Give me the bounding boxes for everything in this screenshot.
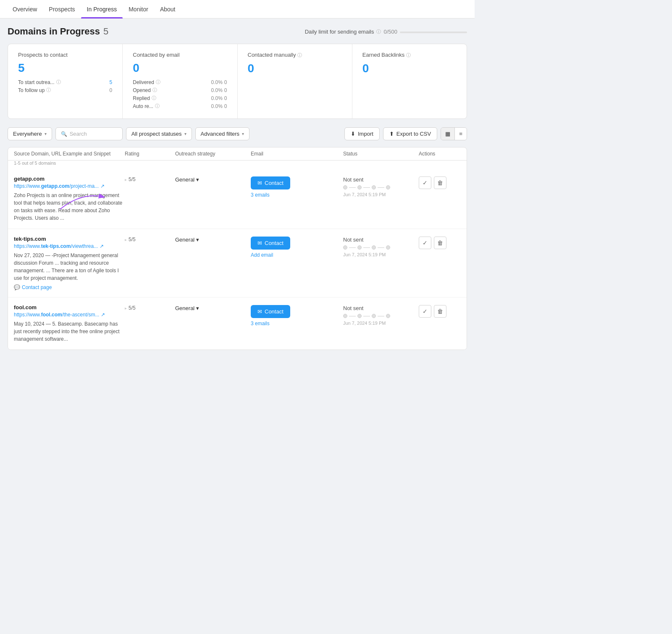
url-prefix: https://www.getapp.com/project-ma... <box>14 183 99 189</box>
location-filter[interactable]: Everywhere ▾ <box>8 127 52 140</box>
table-row: tek-tips.com https://www.tek-tips.com/vi… <box>8 229 467 297</box>
rating-expand-icon-tektips[interactable]: ▸ <box>125 237 127 242</box>
status-dot-line-3 <box>378 247 384 248</box>
auto-reply-label: Auto re... <box>133 103 153 109</box>
nav-item-overview[interactable]: Overview <box>7 0 43 18</box>
status-filter[interactable]: All prospect statuses ▾ <box>126 127 192 140</box>
col-rating: Rating <box>125 151 175 157</box>
rating-expand-icon[interactable]: ▸ <box>125 177 127 182</box>
stats-contacted-by-email: Contacted by email 0 Delivered ⓘ 0.0% 0 … <box>123 44 237 118</box>
status-date-fool: Jun 7, 2024 5:19 PM <box>343 321 419 326</box>
contact-button-tektips[interactable]: ✉ Contact <box>251 237 290 250</box>
domain-snippet-tektips: Nov 27, 2020 — -Project Management gener… <box>14 252 125 282</box>
contacted-email-label: Contacted by email <box>133 52 227 58</box>
email-count-getapp[interactable]: 3 emails <box>251 192 270 198</box>
to-start-outreach-row: To start outrea... ⓘ 5 <box>18 79 112 85</box>
status-dot-line-1 <box>349 316 356 316</box>
rating-expand-icon-fool[interactable]: ▸ <box>125 306 127 310</box>
status-dot-line-1 <box>349 247 356 248</box>
auto-reply-pct: 0.0% <box>211 103 222 109</box>
contacted-manually-info[interactable]: ⓘ <box>297 53 302 58</box>
status-cell-tektips: Not sent Jun 7, 2024 5:19 PM <box>343 236 419 257</box>
delivered-info[interactable]: ⓘ <box>156 79 160 85</box>
status-text-tektips: Not sent <box>343 237 419 243</box>
list-view-button[interactable]: ≡ <box>455 128 467 140</box>
delete-action-fool[interactable]: 🗑 <box>434 305 446 318</box>
contact-btn-label-fool: Contact <box>265 308 284 315</box>
status-dots-tektips <box>343 245 419 250</box>
status-dot-1 <box>343 245 347 250</box>
export-icon: ⬆ <box>389 131 394 137</box>
contact-button-getapp[interactable]: ✉ Contact <box>251 176 290 189</box>
filters-right: ⬇ Import ⬆ Export to CSV ▦ ≡ <box>344 127 467 140</box>
table-header-row: Source Domain, URL Example and Snippet R… <box>8 147 467 160</box>
table-subheader: 1-5 out of 5 domains <box>8 160 467 169</box>
add-email-tektips[interactable]: Add email <box>251 252 273 258</box>
delete-action-tektips[interactable]: 🗑 <box>434 237 446 249</box>
delete-action-getapp[interactable]: 🗑 <box>434 176 446 189</box>
status-dot-2 <box>357 245 362 250</box>
status-dot-1 <box>343 314 347 318</box>
domain-name-tektips: tek-tips.com <box>14 236 125 242</box>
check-action-fool[interactable]: ✓ <box>419 305 431 318</box>
opened-info[interactable]: ⓘ <box>152 87 157 93</box>
external-link-icon-tektips[interactable]: ↗ <box>100 243 104 249</box>
external-link-icon-fool[interactable]: ↗ <box>101 312 105 318</box>
rating-fool: ▸ 5/5 <box>125 304 175 311</box>
strategy-select-tektips[interactable]: General ▾ <box>175 237 199 243</box>
daily-limit-info-icon[interactable]: ⓘ <box>376 29 381 35</box>
strategy-select-getapp[interactable]: General ▾ <box>175 176 199 183</box>
export-label: Export to CSV <box>396 131 431 137</box>
status-dot-3 <box>372 185 376 189</box>
rating-value-getapp: 5/5 <box>129 176 136 182</box>
check-action-getapp[interactable]: ✓ <box>419 176 431 189</box>
earned-backlinks-info[interactable]: ⓘ <box>406 53 411 58</box>
opened-label: Opened <box>133 87 151 93</box>
strategy-tektips: General ▾ <box>175 236 251 243</box>
external-link-icon[interactable]: ↗ <box>100 183 105 189</box>
auto-reply-info[interactable]: ⓘ <box>155 103 160 109</box>
import-button[interactable]: ⬇ Import <box>344 127 380 140</box>
stats-earned-backlinks: Earned Backlinks ⓘ 0 <box>352 44 467 118</box>
col-strategy: Outreach strategy <box>175 151 251 157</box>
export-button[interactable]: ⬆ Export to CSV <box>383 127 437 140</box>
nav-item-prospects[interactable]: Prospects <box>43 0 81 18</box>
search-input[interactable] <box>70 131 117 137</box>
to-follow-info[interactable]: ⓘ <box>46 87 51 93</box>
strategy-chevron-icon: ▾ <box>196 176 199 183</box>
strategy-select-fool[interactable]: General ▾ <box>175 305 199 311</box>
grid-view-button[interactable]: ▦ <box>441 128 455 140</box>
replied-num: 0 <box>224 95 227 101</box>
to-follow-val: 0 <box>110 87 113 93</box>
email-count-fool[interactable]: 3 emails <box>251 321 270 326</box>
contact-button-fool[interactable]: ✉ Contact <box>251 305 290 318</box>
actions-cell-getapp: ✓ 🗑 <box>419 176 461 189</box>
advanced-filters[interactable]: Advanced filters ▾ <box>195 127 250 140</box>
status-dot-2 <box>357 314 362 318</box>
stats-contacted-manually: Contacted manually ⓘ 0 <box>238 44 352 118</box>
url-prefix-tektips: https://www.tek-tips.com/viewthrea... <box>14 243 98 249</box>
col-status: Status <box>343 151 419 157</box>
domain-name-fool: fool.com <box>14 304 125 310</box>
replied-pct: 0.0% <box>211 95 222 101</box>
check-action-tektips[interactable]: ✓ <box>419 237 431 249</box>
domain-info-tektips: tek-tips.com https://www.tek-tips.com/vi… <box>14 236 125 290</box>
contact-page-link-tektips[interactable]: 💬 Contact page <box>14 284 125 290</box>
status-dot-line-1 <box>349 187 356 188</box>
table-row: fool.com https://www.fool.com/the-ascent… <box>8 297 467 350</box>
filters-bar: Everywhere ▾ 🔍 All prospect statuses ▾ A… <box>8 127 467 140</box>
nav-item-monitor[interactable]: Monitor <box>123 0 154 18</box>
nav-item-in-progress[interactable]: In Progress <box>81 0 123 18</box>
rating-value-tektips: 5/5 <box>129 237 136 242</box>
envelope-icon-tektips: ✉ <box>257 240 262 246</box>
delivered-label: Delivered <box>133 79 154 85</box>
email-cell-getapp: ✉ Contact 3 emails <box>251 176 343 198</box>
advanced-filters-chevron-icon: ▾ <box>242 132 244 136</box>
status-date-tektips: Jun 7, 2024 5:19 PM <box>343 252 419 257</box>
to-start-info[interactable]: ⓘ <box>56 79 61 85</box>
status-filter-label: All prospect statuses <box>131 131 182 137</box>
auto-reply-num: 0 <box>224 103 227 109</box>
replied-info[interactable]: ⓘ <box>152 95 156 101</box>
nav-item-about[interactable]: About <box>154 0 181 18</box>
replied-row: Replied ⓘ 0.0% 0 <box>133 95 227 101</box>
